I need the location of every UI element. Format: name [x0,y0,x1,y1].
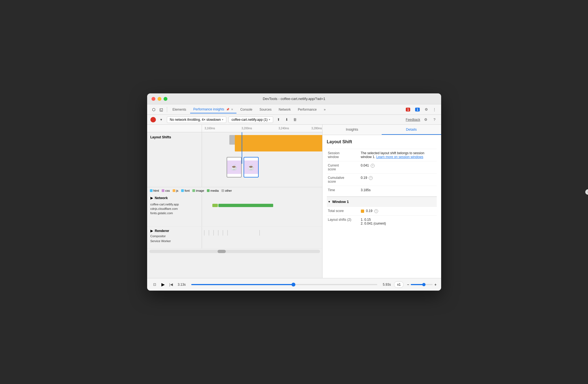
tab-elements[interactable]: Elements [169,106,190,113]
screenshot-icon[interactable]: ⊡ [152,281,158,288]
legend-dot-font [181,189,184,192]
timeline-slider[interactable] [191,284,377,285]
legend-css: css [162,189,170,192]
secondary-icons: ⬆ ⬇ 🗑 [275,116,298,123]
maximize-button[interactable] [164,97,167,101]
thumbnail-before[interactable]: ☕ [227,157,242,177]
session-windows-link[interactable]: Learn more on session windows [376,155,423,159]
layout-shift-item-2: 2. 0.041 (current) [361,222,436,225]
window-section: ▼ Window 1 Total score 0.19 ? [327,196,437,228]
legend-dot-other [221,189,224,192]
renderer-label-col: ▶ Renderer Compositor Service Worker [147,227,202,248]
cumulative-score-help-icon[interactable]: ? [369,176,373,180]
tab-performance-insights[interactable]: Performance insights 📌 ✕ [190,106,236,113]
legend-font: font [181,189,190,192]
close-tab-icon[interactable]: ✕ [231,108,233,111]
throttle-dropdown[interactable]: No network throttling, 4× slowdown ▾ [167,116,226,123]
ruler-mark-1: 3,160ms [205,127,215,130]
thumbnail-after[interactable]: ☕ [244,157,259,177]
tab-sources[interactable]: Sources [256,106,275,113]
more-options-icon[interactable]: ⋮ [431,106,438,113]
error-badge[interactable]: 1 [404,107,412,112]
delete-icon[interactable]: 🗑 [292,116,298,123]
cumulative-score-label: Cumulativescore [327,174,360,186]
ruler-mark-3: 3,240ms [279,127,289,130]
legend-label-html: html [153,189,159,192]
zoom-minus-icon[interactable]: − [407,282,409,287]
zoom-fill [411,284,424,285]
dropdown-arrow-icon[interactable]: ▾ [158,116,165,123]
time-row: Time 3.185s [327,186,437,194]
current-score-help-icon[interactable]: ? [371,164,375,168]
slider-track [191,284,377,285]
target-arrow: ▾ [269,118,270,121]
network-bars-col [202,194,322,227]
session-window-row: Sessionwindow The selected layout shift … [327,149,437,161]
timeline-cursor [242,132,242,164]
info-badge[interactable]: 1 [413,107,421,112]
network-label-col: ▶ Network coffee-cart.netlify.app cdnjs.… [147,194,202,227]
throttle-arrow: ▾ [222,118,223,121]
tab-more[interactable]: » [321,106,329,113]
error-count: 1 [406,108,410,111]
current-score-row: Currentscore 0.041 ? [327,161,437,174]
zoom-plus-icon[interactable]: + [434,282,436,287]
legend-label-other: other [225,189,232,192]
layout-shifts-content[interactable]: ☕ ☕ [202,132,322,184]
play-button[interactable]: ▶ [161,282,165,287]
timeline-scrollbar[interactable] [149,250,320,253]
slider-fill [191,284,294,285]
cumulative-score-row: Cumulativescore 0.19 ? [327,174,437,186]
feedback-link[interactable]: Feedback [406,118,420,122]
skip-to-start-icon[interactable]: |◀ [168,281,175,288]
record-button[interactable] [150,117,156,122]
timeline-ruler: 3,160ms 3,200ms 3,240ms 3,280ms [202,125,322,132]
settings-icon-2[interactable]: ⚙ [423,116,429,123]
renderer-content [202,227,322,248]
tab-details[interactable]: Details [382,125,441,135]
network-host-3: fonts.gstatic.com [150,211,198,215]
throttle-label: No network throttling, 4× slowdown [170,118,221,122]
window-section-header[interactable]: ▼ Window 1 [327,197,437,207]
speed-button[interactable]: x1 [394,281,404,288]
download-icon[interactable]: ⬇ [284,116,290,123]
session-window-value: The selected layout shift belongs to ses… [360,149,437,161]
network-host-1: coffee-cart.netlify.app [150,202,198,207]
zoom-thumb[interactable] [422,283,426,286]
legend-dot-js [173,189,175,192]
timeline-body[interactable]: Layout Shifts ☕ ☕ [147,132,322,278]
legend-label-css: css [165,189,170,192]
legend-row: html css js font [147,187,322,194]
tab-network[interactable]: Network [275,106,294,113]
cursor-icon[interactable]: ⬡ [150,106,157,113]
layout-shifts-detail-row: Layout shifts (2) 1. 0.15 2. 0.041 (curr… [327,216,437,228]
total-score-help-icon[interactable]: ? [374,209,378,213]
help-icon[interactable]: ? [431,116,438,123]
upload-icon[interactable]: ⬆ [275,116,282,123]
legend-dot-image [192,189,195,192]
window-info-table: Total score 0.19 ? Layout shifts (2) 1. … [327,207,437,228]
current-score-value: 0.041 ? [360,161,437,174]
layout-shifts-detail-values: 1. 0.15 2. 0.041 (current) [360,216,437,228]
tab-console[interactable]: Console [237,106,256,113]
close-button[interactable] [152,97,155,101]
zoom-slider[interactable] [411,284,433,285]
time-label: Time [327,186,360,194]
tick-7 [259,230,260,236]
scrollbar-thumb[interactable] [218,250,226,253]
panel-content[interactable]: Layout Shift Sessionwindow The selected … [322,135,441,278]
window-title: DevTools - coffee-cart.netlify.app/?ad=1 [263,97,325,101]
tab-insights[interactable]: Insights [322,125,382,135]
settings-icon[interactable]: ⚙ [423,106,430,113]
network-title: ▶ Network [150,196,198,200]
inspect-icon[interactable]: ◱ [158,106,165,113]
thumbnail-after-content: ☕ [244,161,258,174]
layout-shifts-label: Layout Shifts [147,132,202,187]
legend-media: media [207,189,219,192]
tab-performance[interactable]: Performance [295,106,320,113]
target-dropdown[interactable]: coffee-cart.netlify.app (1) ▾ [229,116,273,123]
main-content: 3,160ms 3,200ms 3,240ms 3,280ms Layout S… [147,125,441,278]
slider-thumb[interactable] [292,283,295,286]
minimize-button[interactable] [158,97,161,101]
bottom-bar: ⊡ ▶ |◀ 3.13s 5.93s x1 − + [147,278,441,291]
